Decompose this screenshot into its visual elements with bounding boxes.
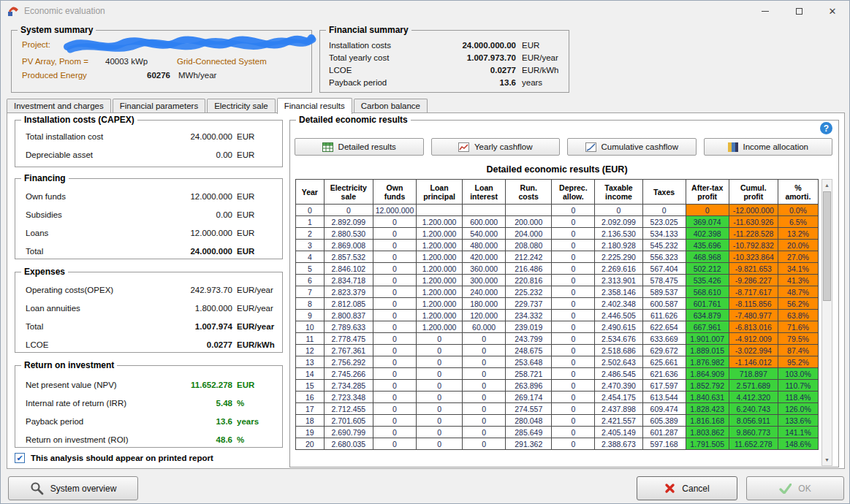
field-label: Payback period xyxy=(26,417,83,426)
cell: 2.869.008 xyxy=(324,240,373,251)
tab-carbon-balance[interactable]: Carbon balance xyxy=(354,99,428,112)
group-title: Installation costs (CAPEX) xyxy=(21,115,137,125)
cell: 2.092.099 xyxy=(595,216,642,228)
cell: 0 xyxy=(373,345,416,356)
system-overview-button[interactable]: System overview xyxy=(8,476,138,500)
table-scrollbar[interactable]: ▲ ▼ xyxy=(821,179,832,466)
cell: 0 xyxy=(373,438,416,450)
cell: 589.537 xyxy=(642,286,686,298)
summary-row: LCOE0.0277EUR/kWh xyxy=(320,66,569,77)
close-icon: ✕ xyxy=(829,6,837,17)
field-value: 242.973.70 xyxy=(190,286,232,294)
cell: 0 xyxy=(463,345,506,356)
tab-financial-results[interactable]: Financial results xyxy=(277,98,352,114)
cumulative-chart-icon xyxy=(585,142,596,152)
view-button-income-allocation[interactable]: Income allocation xyxy=(704,138,833,156)
cell: 2.680.035 xyxy=(324,438,373,450)
table-row: 82.812.08501.200.000180.000229.73702.402… xyxy=(296,298,819,310)
cancel-button[interactable]: Cancel xyxy=(637,476,737,500)
field-row: Loan annuities1.800.000EUR/year xyxy=(15,304,282,316)
field-value: 11.652.278 xyxy=(191,381,232,389)
cell: 95.2% xyxy=(778,356,818,368)
cell: 2.486.545 xyxy=(595,368,642,380)
cell: 0 xyxy=(463,333,506,345)
cell: 34.1% xyxy=(778,263,818,275)
cell: 0 xyxy=(595,205,642,216)
cell: 0 xyxy=(463,392,506,403)
cell: 240.000 xyxy=(463,286,506,298)
tab-bar: Investment and chargesFinancial paramete… xyxy=(7,97,429,113)
cell: 2.756.292 xyxy=(324,356,373,368)
titlebar: Economic evaluation ✕ xyxy=(1,1,849,21)
cell: 0 xyxy=(552,298,595,310)
tab-investment-and-charges[interactable]: Investment and charges xyxy=(7,99,111,112)
close-button[interactable]: ✕ xyxy=(816,1,849,21)
produced-energy-unit: MWh/year xyxy=(178,71,216,80)
cell: 2.180.928 xyxy=(595,240,642,251)
cell: 0 xyxy=(552,333,595,345)
minimize-button[interactable] xyxy=(748,1,782,21)
cell: 79.5% xyxy=(778,333,818,345)
cell: 269.174 xyxy=(506,392,552,403)
scroll-thumb[interactable] xyxy=(823,191,831,301)
cell: 229.737 xyxy=(506,298,552,310)
field-value: 0.0277 xyxy=(207,340,232,349)
print-report-checkbox-row[interactable]: ✔ This analysis should appear on printed… xyxy=(15,452,213,464)
scroll-down-arrow[interactable]: ▼ xyxy=(822,454,832,465)
ok-button[interactable]: OK xyxy=(746,476,844,500)
cell: 369.074 xyxy=(686,216,729,228)
cell: 300.000 xyxy=(463,275,506,286)
view-button-yearly-cashflow[interactable]: Yearly cashflow xyxy=(431,138,561,156)
field-label: Return on investment (ROI) xyxy=(26,435,129,444)
cell: 0 xyxy=(552,275,595,286)
cell: 2.834.718 xyxy=(324,275,373,286)
cell: 1.828.423 xyxy=(686,403,729,415)
tab-financial-parameters[interactable]: Financial parameters xyxy=(113,99,205,112)
cell: 6 xyxy=(296,275,325,286)
cell: 18 xyxy=(296,415,325,427)
view-button-label: Cumulative cashflow xyxy=(602,142,678,151)
view-button-detailed-results[interactable]: Detailed results xyxy=(295,138,424,156)
cell: 204.000 xyxy=(506,228,552,240)
cell xyxy=(506,205,552,216)
cell: -6.813.016 xyxy=(729,321,778,333)
cell: 420.000 xyxy=(463,251,506,263)
view-buttons: Detailed resultsYearly cashflowCumulativ… xyxy=(295,138,832,156)
tab-electricity-sale[interactable]: Electricity sale xyxy=(207,99,276,112)
cell: 629.672 xyxy=(642,345,686,356)
cell: 667.961 xyxy=(686,321,729,333)
cell: 14 xyxy=(296,368,325,380)
summary-row: Total yearly cost1.007.973.70EUR/year xyxy=(320,53,569,65)
cell: -1.146.012 xyxy=(729,356,778,368)
field-row: Subsidies0.00EUR xyxy=(15,210,282,222)
cell: 216.486 xyxy=(506,263,552,275)
cell: 0 xyxy=(373,228,416,240)
cell: 0 xyxy=(416,392,462,403)
cell: 280.048 xyxy=(506,415,552,427)
cell: -11.630.926 xyxy=(729,216,778,228)
scroll-up-arrow[interactable]: ▲ xyxy=(822,180,832,191)
help-icon[interactable]: ? xyxy=(820,122,832,134)
field-label: Net present value (NPV) xyxy=(26,381,117,389)
produced-energy-value: 60276 xyxy=(147,71,170,80)
cell: 1.200.000 xyxy=(416,240,462,251)
cell: 2.880.530 xyxy=(324,228,373,240)
cell: 523.025 xyxy=(642,216,686,228)
field-value: 0.00 xyxy=(216,150,232,159)
cell: 1.200.000 xyxy=(416,275,462,286)
cell: 0 xyxy=(686,205,729,216)
cell: 2.518.686 xyxy=(595,345,642,356)
cell: 291.362 xyxy=(506,438,552,450)
checkbox-checked-icon[interactable]: ✔ xyxy=(15,453,25,463)
cell: 2.388.673 xyxy=(595,438,642,450)
column-header-run-costs: Run.costs xyxy=(506,180,552,205)
maximize-button[interactable] xyxy=(782,1,816,21)
cell: 1.791.505 xyxy=(686,438,729,450)
system-type: Grid-Connected System xyxy=(177,57,267,66)
field-row: Loans12.000.000EUR xyxy=(15,229,282,240)
cell: -7.480.977 xyxy=(729,310,778,321)
cell: 48.7% xyxy=(778,286,818,298)
cell: 0 xyxy=(373,333,416,345)
summary-value: 1.007.973.70 xyxy=(467,53,516,62)
view-button-cumulative-cashflow[interactable]: Cumulative cashflow xyxy=(567,138,697,156)
